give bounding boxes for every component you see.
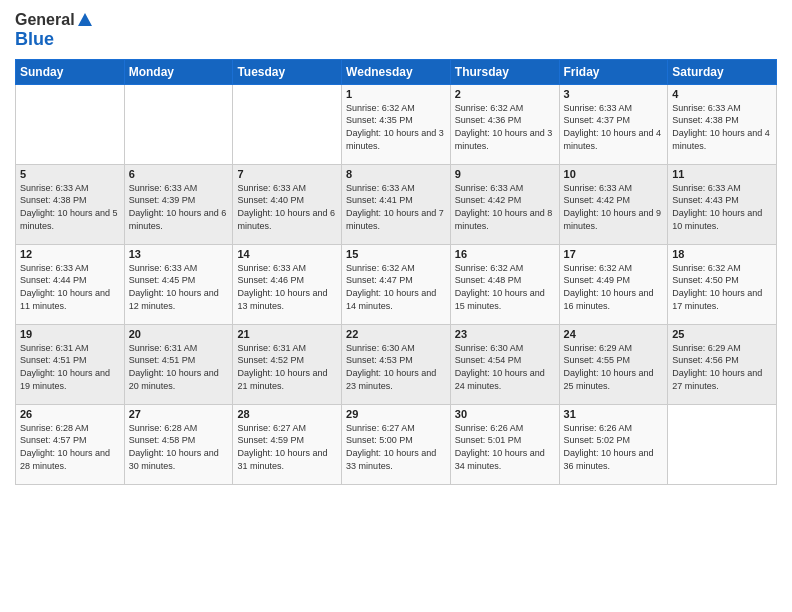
day-info: Sunrise: 6:31 AM Sunset: 4:52 PM Dayligh… [237,342,337,392]
day-number: 30 [455,408,555,420]
day-number: 21 [237,328,337,340]
calendar-cell: 8Sunrise: 6:33 AM Sunset: 4:41 PM Daylig… [342,164,451,244]
calendar-cell: 20Sunrise: 6:31 AM Sunset: 4:51 PM Dayli… [124,324,233,404]
calendar-cell: 25Sunrise: 6:29 AM Sunset: 4:56 PM Dayli… [668,324,777,404]
day-info: Sunrise: 6:32 AM Sunset: 4:47 PM Dayligh… [346,262,446,312]
calendar-cell: 30Sunrise: 6:26 AM Sunset: 5:01 PM Dayli… [450,404,559,484]
calendar-table: SundayMondayTuesdayWednesdayThursdayFrid… [15,59,777,485]
day-info: Sunrise: 6:33 AM Sunset: 4:44 PM Dayligh… [20,262,120,312]
day-info: Sunrise: 6:33 AM Sunset: 4:42 PM Dayligh… [455,182,555,232]
day-info: Sunrise: 6:33 AM Sunset: 4:38 PM Dayligh… [672,102,772,152]
day-info: Sunrise: 6:27 AM Sunset: 4:59 PM Dayligh… [237,422,337,472]
svg-marker-0 [78,13,92,26]
day-info: Sunrise: 6:28 AM Sunset: 4:58 PM Dayligh… [129,422,229,472]
day-info: Sunrise: 6:33 AM Sunset: 4:42 PM Dayligh… [564,182,664,232]
day-number: 29 [346,408,446,420]
calendar-cell: 7Sunrise: 6:33 AM Sunset: 4:40 PM Daylig… [233,164,342,244]
day-number: 10 [564,168,664,180]
day-info: Sunrise: 6:32 AM Sunset: 4:35 PM Dayligh… [346,102,446,152]
calendar-cell: 4Sunrise: 6:33 AM Sunset: 4:38 PM Daylig… [668,84,777,164]
col-header-wednesday: Wednesday [342,59,451,84]
day-number: 26 [20,408,120,420]
day-number: 18 [672,248,772,260]
calendar-week-row: 19Sunrise: 6:31 AM Sunset: 4:51 PM Dayli… [16,324,777,404]
day-info: Sunrise: 6:33 AM Sunset: 4:46 PM Dayligh… [237,262,337,312]
calendar-cell: 23Sunrise: 6:30 AM Sunset: 4:54 PM Dayli… [450,324,559,404]
day-info: Sunrise: 6:31 AM Sunset: 4:51 PM Dayligh… [129,342,229,392]
day-info: Sunrise: 6:29 AM Sunset: 4:55 PM Dayligh… [564,342,664,392]
calendar-cell: 24Sunrise: 6:29 AM Sunset: 4:55 PM Dayli… [559,324,668,404]
calendar-cell: 2Sunrise: 6:32 AM Sunset: 4:36 PM Daylig… [450,84,559,164]
day-number: 24 [564,328,664,340]
day-number: 13 [129,248,229,260]
calendar-cell: 26Sunrise: 6:28 AM Sunset: 4:57 PM Dayli… [16,404,125,484]
day-number: 15 [346,248,446,260]
col-header-tuesday: Tuesday [233,59,342,84]
calendar-cell: 15Sunrise: 6:32 AM Sunset: 4:47 PM Dayli… [342,244,451,324]
calendar-cell: 27Sunrise: 6:28 AM Sunset: 4:58 PM Dayli… [124,404,233,484]
calendar-cell: 6Sunrise: 6:33 AM Sunset: 4:39 PM Daylig… [124,164,233,244]
day-number: 4 [672,88,772,100]
day-number: 9 [455,168,555,180]
day-number: 20 [129,328,229,340]
calendar-cell: 13Sunrise: 6:33 AM Sunset: 4:45 PM Dayli… [124,244,233,324]
calendar-cell: 11Sunrise: 6:33 AM Sunset: 4:43 PM Dayli… [668,164,777,244]
day-info: Sunrise: 6:33 AM Sunset: 4:37 PM Dayligh… [564,102,664,152]
logo-general: General [15,10,75,29]
day-number: 14 [237,248,337,260]
logo-blue: Blue [15,29,54,49]
day-info: Sunrise: 6:32 AM Sunset: 4:50 PM Dayligh… [672,262,772,312]
day-info: Sunrise: 6:33 AM Sunset: 4:40 PM Dayligh… [237,182,337,232]
day-info: Sunrise: 6:32 AM Sunset: 4:36 PM Dayligh… [455,102,555,152]
calendar-cell: 5Sunrise: 6:33 AM Sunset: 4:38 PM Daylig… [16,164,125,244]
day-info: Sunrise: 6:27 AM Sunset: 5:00 PM Dayligh… [346,422,446,472]
day-number: 12 [20,248,120,260]
day-number: 5 [20,168,120,180]
calendar-cell: 16Sunrise: 6:32 AM Sunset: 4:48 PM Dayli… [450,244,559,324]
day-info: Sunrise: 6:30 AM Sunset: 4:53 PM Dayligh… [346,342,446,392]
calendar-cell: 10Sunrise: 6:33 AM Sunset: 4:42 PM Dayli… [559,164,668,244]
calendar-cell: 22Sunrise: 6:30 AM Sunset: 4:53 PM Dayli… [342,324,451,404]
calendar-cell: 31Sunrise: 6:26 AM Sunset: 5:02 PM Dayli… [559,404,668,484]
day-number: 16 [455,248,555,260]
col-header-monday: Monday [124,59,233,84]
logo-text-block: GeneralBlue [15,10,93,51]
calendar-cell: 1Sunrise: 6:32 AM Sunset: 4:35 PM Daylig… [342,84,451,164]
calendar-header-row: SundayMondayTuesdayWednesdayThursdayFrid… [16,59,777,84]
calendar-cell: 29Sunrise: 6:27 AM Sunset: 5:00 PM Dayli… [342,404,451,484]
day-info: Sunrise: 6:32 AM Sunset: 4:49 PM Dayligh… [564,262,664,312]
day-info: Sunrise: 6:28 AM Sunset: 4:57 PM Dayligh… [20,422,120,472]
day-info: Sunrise: 6:33 AM Sunset: 4:38 PM Dayligh… [20,182,120,232]
calendar-cell: 9Sunrise: 6:33 AM Sunset: 4:42 PM Daylig… [450,164,559,244]
day-number: 3 [564,88,664,100]
col-header-thursday: Thursday [450,59,559,84]
day-info: Sunrise: 6:29 AM Sunset: 4:56 PM Dayligh… [672,342,772,392]
calendar-cell [16,84,125,164]
day-number: 6 [129,168,229,180]
day-number: 11 [672,168,772,180]
day-info: Sunrise: 6:33 AM Sunset: 4:45 PM Dayligh… [129,262,229,312]
calendar-cell [233,84,342,164]
calendar-cell: 21Sunrise: 6:31 AM Sunset: 4:52 PM Dayli… [233,324,342,404]
calendar-cell [124,84,233,164]
calendar-week-row: 12Sunrise: 6:33 AM Sunset: 4:44 PM Dayli… [16,244,777,324]
header: GeneralBlue [15,10,777,51]
col-header-saturday: Saturday [668,59,777,84]
day-number: 27 [129,408,229,420]
calendar-week-row: 1Sunrise: 6:32 AM Sunset: 4:35 PM Daylig… [16,84,777,164]
calendar-cell: 18Sunrise: 6:32 AM Sunset: 4:50 PM Dayli… [668,244,777,324]
day-info: Sunrise: 6:31 AM Sunset: 4:51 PM Dayligh… [20,342,120,392]
calendar-cell: 3Sunrise: 6:33 AM Sunset: 4:37 PM Daylig… [559,84,668,164]
calendar-week-row: 26Sunrise: 6:28 AM Sunset: 4:57 PM Dayli… [16,404,777,484]
logo-triangle-icon [77,12,93,28]
page: GeneralBlue SundayMondayTuesdayWednesday… [0,0,792,612]
day-number: 28 [237,408,337,420]
logo: GeneralBlue [15,10,93,51]
day-info: Sunrise: 6:33 AM Sunset: 4:39 PM Dayligh… [129,182,229,232]
calendar-cell: 12Sunrise: 6:33 AM Sunset: 4:44 PM Dayli… [16,244,125,324]
day-info: Sunrise: 6:33 AM Sunset: 4:43 PM Dayligh… [672,182,772,232]
day-number: 8 [346,168,446,180]
calendar-cell [668,404,777,484]
calendar-week-row: 5Sunrise: 6:33 AM Sunset: 4:38 PM Daylig… [16,164,777,244]
calendar-cell: 14Sunrise: 6:33 AM Sunset: 4:46 PM Dayli… [233,244,342,324]
